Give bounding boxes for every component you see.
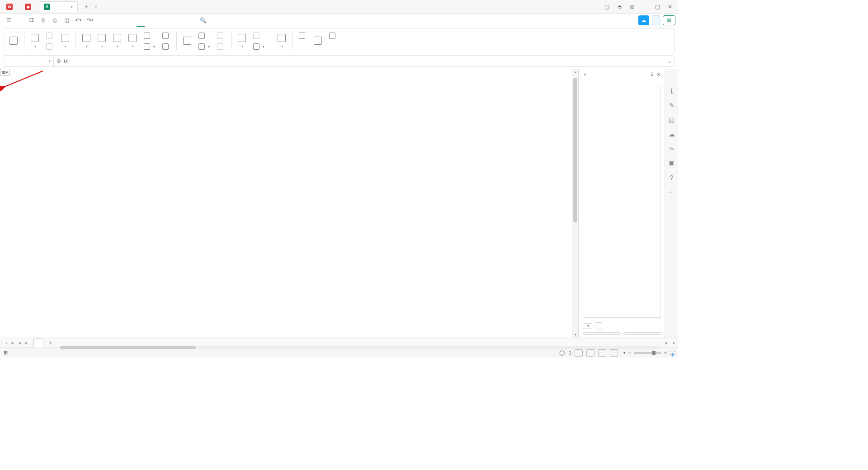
window-minimize-button[interactable]: —: [639, 1, 650, 12]
sidebar-collapse-icon[interactable]: —: [668, 72, 676, 80]
expand-button[interactable]: [214, 31, 227, 41]
close-panel-button[interactable]: ✕: [656, 71, 661, 78]
menu-tools[interactable]: [161, 14, 169, 27]
zoom-in-button[interactable]: ＋: [663, 349, 668, 356]
sort-button[interactable]: ▾: [58, 30, 72, 52]
sidebar-style-icon[interactable]: ✎: [668, 101, 676, 109]
sheet-nav-prev[interactable]: ◂: [8, 340, 16, 346]
window-close-button[interactable]: ✕: [665, 1, 675, 12]
split-button[interactable]: ▾: [110, 30, 124, 52]
sidebar-help-icon[interactable]: ?: [668, 174, 676, 182]
search-icon[interactable]: 🔍: [198, 15, 208, 25]
sidebar-select-icon[interactable]: ⭳: [668, 87, 676, 95]
show-all-button[interactable]: [583, 332, 621, 335]
zoom-out-button[interactable]: －: [627, 349, 632, 356]
hscroll-right-icon[interactable]: ▸: [670, 340, 678, 346]
sidebar-layout-icon[interactable]: ▤: [668, 116, 676, 124]
status-circle-icon[interactable]: ◯: [559, 350, 565, 356]
subtotal-button[interactable]: [180, 30, 194, 52]
status-phone-icon[interactable]: ▯: [568, 350, 571, 356]
sheet-nav-first[interactable]: ⎸◂: [0, 340, 8, 346]
move-up-icon[interactable]: [595, 322, 602, 329]
collapse-button[interactable]: [214, 42, 227, 52]
menu-efficiency[interactable]: [177, 14, 185, 27]
tab-menu-icon[interactable]: ▾: [95, 5, 97, 9]
dropdown-button[interactable]: [160, 42, 173, 52]
stock-button[interactable]: ▾: [275, 30, 288, 52]
save-icon[interactable]: 🖫: [26, 15, 36, 25]
view-normal-button[interactable]: [575, 349, 583, 357]
editlink-button[interactable]: [250, 31, 267, 41]
sheet-tab[interactable]: [33, 338, 43, 348]
sidebar-tools-icon[interactable]: ✂: [668, 145, 676, 153]
refreshall-button[interactable]: ▾: [250, 42, 267, 52]
scroll-down-icon[interactable]: ▾: [572, 331, 578, 338]
autofill-options-button[interactable]: ▦▾: [0, 69, 10, 76]
analysis-button[interactable]: [296, 31, 309, 41]
check-button[interactable]: [326, 31, 340, 41]
share-button[interactable]: ✉: [663, 15, 675, 25]
menu-page[interactable]: [120, 14, 128, 27]
dup-button[interactable]: ▾: [80, 30, 93, 52]
getdata-button[interactable]: ▾: [235, 30, 249, 52]
hide-all-button[interactable]: [623, 332, 661, 335]
pivot-button[interactable]: [7, 30, 20, 52]
group-button[interactable]: [196, 31, 212, 41]
fill-button[interactable]: ▾: [141, 42, 158, 52]
name-box[interactable]: [4, 56, 54, 66]
sheet-nav-next[interactable]: ▸: [16, 340, 24, 346]
menu-view[interactable]: [153, 14, 161, 27]
scroll-thumb[interactable]: [573, 78, 577, 222]
menu-start[interactable]: [104, 14, 112, 27]
smart-button[interactable]: [311, 30, 325, 52]
valid-button[interactable]: ▾: [126, 30, 139, 52]
menu-insert[interactable]: [112, 14, 120, 27]
sheet-nav-last[interactable]: ▸⎸: [24, 340, 33, 346]
chevron-down-icon[interactable]: ▾: [584, 73, 586, 77]
filter-button[interactable]: ▾: [28, 30, 42, 52]
hscroll-left-icon[interactable]: ◂: [662, 340, 670, 346]
fx-icon[interactable]: fx: [64, 58, 68, 64]
undo-icon[interactable]: ↶▾: [73, 15, 83, 25]
menu-review[interactable]: [145, 14, 153, 27]
cloud-button[interactable]: ☁: [638, 15, 649, 25]
ungroup-button[interactable]: ▾: [196, 42, 212, 52]
lookup-button[interactable]: [141, 31, 158, 41]
spreadsheet-grid[interactable]: [0, 69, 572, 338]
compare-button[interactable]: ▾: [95, 30, 108, 52]
new-tab-button[interactable]: ＋: [79, 3, 94, 11]
app-tab-workbook[interactable]: S ●: [39, 1, 78, 12]
link-icon[interactable]: ⎘: [38, 15, 48, 25]
stack-order-select[interactable]: ▾: [583, 323, 592, 329]
tablet-mode-icon[interactable]: ▢: [601, 1, 612, 12]
view-break-button[interactable]: [598, 349, 606, 357]
upload-button[interactable]: [652, 15, 660, 25]
user-avatar-icon[interactable]: ◍: [627, 1, 637, 12]
print-icon[interactable]: ⎙: [50, 15, 60, 25]
sidebar-layers-icon[interactable]: ▣: [668, 159, 676, 167]
sidebar-cloud-icon[interactable]: ☁: [668, 130, 676, 138]
menu-formula[interactable]: [128, 14, 137, 27]
status-grid-icon[interactable]: ⊞: [4, 350, 8, 356]
app-tab-wps[interactable]: W: [2, 1, 19, 12]
zoom-control[interactable]: ▾ － ＋ ⛶: [622, 349, 675, 356]
zoom-formula-icon[interactable]: ⊕: [57, 58, 61, 64]
scroll-up-icon[interactable]: ▴: [572, 69, 578, 75]
add-sheet-button[interactable]: ＋: [44, 339, 57, 346]
sidebar-more-icon[interactable]: ⋯: [668, 188, 676, 196]
zoom-slider[interactable]: [634, 352, 661, 354]
vertical-scrollbar[interactable]: ▴ ▾: [572, 69, 578, 338]
pin-icon[interactable]: ⊼: [650, 72, 654, 78]
cube-icon[interactable]: ⬘: [614, 1, 625, 12]
consol-button[interactable]: [160, 31, 173, 41]
menu-icon[interactable]: ☰: [4, 15, 14, 25]
view-page-button[interactable]: [586, 349, 594, 357]
showall-button[interactable]: [43, 31, 57, 41]
redo-icon[interactable]: ↷▾: [85, 15, 95, 25]
menu-smart[interactable]: [185, 14, 193, 27]
refilter-button[interactable]: [43, 42, 57, 52]
menu-file[interactable]: [14, 14, 23, 27]
app-tab-template[interactable]: ◆: [20, 1, 38, 12]
expand-formula-icon[interactable]: ⌄: [665, 58, 674, 64]
menu-member[interactable]: [169, 14, 177, 27]
